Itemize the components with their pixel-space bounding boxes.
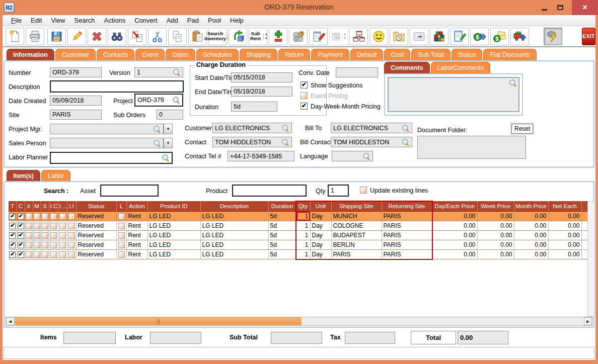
row-checkbox[interactable] [59, 232, 66, 239]
exit-button[interactable]: EXIT [582, 28, 595, 45]
cell-qty[interactable]: 1 [296, 240, 310, 249]
lookup-icon[interactable] [154, 126, 161, 133]
project-mgr-dropdown[interactable]: ▼ [164, 124, 173, 134]
group-button[interactable]: ? [289, 28, 308, 45]
delete-button[interactable] [88, 28, 106, 45]
cell-checkbox[interactable] [49, 230, 58, 240]
cell-checkbox[interactable] [41, 221, 49, 230]
cell-month-price[interactable]: 0.00 [514, 249, 548, 259]
tab-shipping[interactable]: Shipping [240, 49, 277, 60]
column-header-product-id[interactable]: Product ID [147, 201, 200, 211]
cell-action[interactable]: Rent [126, 230, 147, 240]
cell-description[interactable]: LG LED [200, 240, 268, 249]
labor-planner-field[interactable] [50, 152, 173, 164]
tab-default[interactable]: Default [350, 49, 384, 60]
column-header-status[interactable]: Status [76, 201, 116, 211]
cell-duration[interactable]: 5d [268, 211, 296, 221]
row-checkbox[interactable] [18, 232, 24, 239]
tab-customer[interactable]: Customer [55, 49, 96, 60]
cell-returning-site[interactable]: PARIS [382, 211, 432, 221]
row-checkbox[interactable] [18, 213, 24, 220]
cell-checkbox[interactable] [17, 221, 25, 230]
cell-checkbox[interactable] [116, 249, 126, 259]
row-checkbox[interactable] [34, 242, 40, 248]
lookup-icon[interactable] [154, 140, 161, 147]
menu-item-pad[interactable]: Pad [183, 16, 203, 26]
cell-duration[interactable]: 5d [268, 221, 296, 230]
cell-month-price[interactable]: 0.00 [514, 221, 548, 230]
cell-checkbox[interactable] [9, 249, 17, 259]
cell-checkbox[interactable] [25, 240, 33, 249]
row-checkbox[interactable] [34, 223, 40, 229]
row-checkbox[interactable] [9, 242, 16, 248]
cell-month-price[interactable]: 0.00 [514, 211, 548, 221]
event-pricing-checkbox[interactable] [301, 92, 308, 99]
save-button[interactable] [47, 28, 66, 45]
column-header-shipping-site[interactable]: Shipping Site [331, 201, 382, 211]
row-checkbox[interactable] [118, 223, 125, 229]
column-header-month-price[interactable]: Month Price [514, 201, 548, 211]
row-checkbox[interactable] [26, 242, 32, 248]
product-input[interactable] [232, 185, 307, 197]
scroll-left-arrow[interactable]: ◀ [6, 317, 14, 325]
cell-action[interactable]: Rent [126, 249, 147, 259]
cell-checkbox[interactable] [41, 240, 49, 249]
cell-day-each-price[interactable]: 0.00 [432, 249, 477, 259]
cell-product-id[interactable]: LG LED [147, 240, 200, 249]
transfer-button[interactable] [229, 28, 247, 45]
comments-textarea[interactable] [388, 77, 519, 112]
cell-returning-site[interactable]: PARIS [382, 249, 432, 259]
lookup-icon[interactable] [402, 125, 410, 132]
new-document-button[interactable] [6, 28, 24, 45]
row-checkbox[interactable] [68, 223, 75, 229]
cell-checkbox[interactable] [49, 221, 58, 230]
cell-unit[interactable]: Day [310, 249, 331, 259]
cell-checkbox[interactable] [41, 211, 49, 221]
tab-comments[interactable]: Comments [384, 62, 430, 73]
column-header-day-each-price[interactable]: Day/Each Price [432, 201, 477, 211]
cell-action[interactable]: Rent [126, 211, 147, 221]
menu-item-help[interactable]: Help [226, 16, 248, 26]
sub-orders-field[interactable]: 0 [157, 110, 183, 120]
row-checkbox[interactable] [68, 242, 75, 248]
row-checkbox[interactable] [68, 213, 75, 220]
menu-item-add[interactable]: Add [162, 16, 183, 26]
lookup-icon[interactable] [282, 125, 289, 132]
vertical-scrollbar[interactable] [587, 201, 595, 317]
row-checkbox[interactable] [42, 223, 48, 229]
column-header-tot[interactable]: Tot [581, 201, 587, 211]
cell-checkbox[interactable] [9, 240, 17, 249]
cell-net-each[interactable]: 0.00 [548, 211, 581, 221]
column-header-i[interactable]: I.... [58, 201, 67, 211]
tab-schedules[interactable]: Schedules [196, 49, 239, 60]
row-checkbox[interactable] [34, 213, 40, 220]
reset-button[interactable]: Reset [511, 124, 533, 134]
menu-item-pool[interactable]: Pool [203, 16, 226, 26]
row-checkbox[interactable] [50, 223, 57, 229]
sales-person-dropdown[interactable]: ▼ [164, 138, 173, 148]
cell-checkbox[interactable] [49, 211, 58, 221]
cell-checkbox[interactable] [58, 249, 67, 259]
cell-net-each[interactable]: 0.00 [548, 240, 581, 249]
column-header-c[interactable]: C [17, 201, 25, 211]
column-header-action[interactable]: Action [126, 201, 147, 211]
cell-net-each[interactable]: 0.00 [548, 221, 581, 230]
document-folder-box[interactable] [417, 136, 526, 159]
cell-day-each-price[interactable]: 0.00 [432, 221, 477, 230]
customer-field[interactable]: LG ELECTRONICS [212, 123, 292, 133]
cell-description[interactable]: LG LED [200, 211, 268, 221]
row-checkbox[interactable] [50, 251, 57, 258]
cell-checkbox[interactable] [9, 221, 17, 230]
cell-checkbox[interactable] [25, 249, 33, 259]
menu-item-actions[interactable]: Actions [100, 16, 130, 26]
asset-input[interactable] [100, 185, 159, 197]
description-field[interactable] [50, 80, 184, 93]
cell-product-id[interactable]: LG LED [147, 249, 200, 259]
menu-item-view[interactable]: View [46, 16, 69, 26]
cell-checkbox[interactable] [33, 221, 41, 230]
row-checkbox[interactable] [34, 251, 40, 258]
cell-unit[interactable]: Day [310, 230, 331, 240]
column-header-unit[interactable]: Unit [310, 201, 331, 211]
horizontal-scrollbar[interactable]: ◀ ▶ [6, 317, 592, 326]
row-checkbox[interactable] [9, 251, 16, 258]
